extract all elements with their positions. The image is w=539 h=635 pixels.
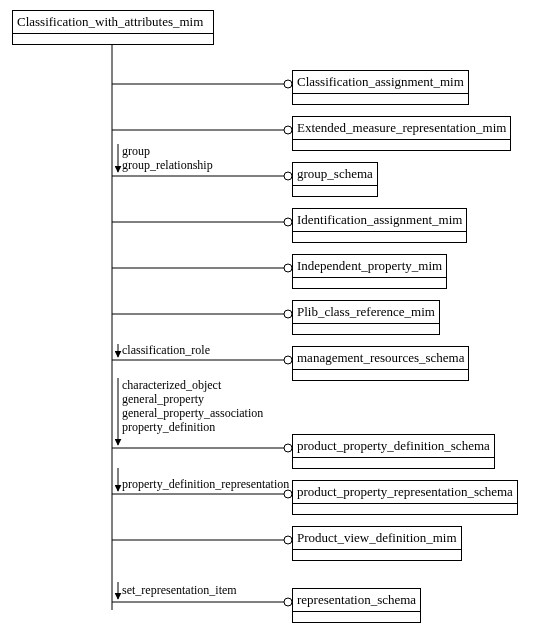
target-label: product_property_representation_schema bbox=[293, 481, 517, 504]
edge-label-group-relationship: group_relationship bbox=[122, 158, 213, 172]
target-box-plib-class-reference: Plib_class_reference_mim bbox=[292, 300, 440, 335]
target-box-representation-schema: representation_schema bbox=[292, 588, 421, 623]
svg-point-4 bbox=[284, 126, 292, 134]
target-box-classification-assignment: Classification_assignment_mim bbox=[292, 70, 469, 105]
edge-label-property-definition: property_definition bbox=[122, 420, 215, 434]
svg-point-11 bbox=[284, 264, 292, 272]
edge-label-general-property: general_property bbox=[122, 392, 204, 406]
svg-point-13 bbox=[284, 310, 292, 318]
target-label: Extended_measure_representation_mim bbox=[293, 117, 510, 140]
target-label: Product_view_definition_mim bbox=[293, 527, 461, 550]
target-box-product-property-definition: product_property_definition_schema bbox=[292, 434, 495, 469]
target-box-product-property-representation: product_property_representation_schema bbox=[292, 480, 518, 515]
svg-point-6 bbox=[284, 172, 292, 180]
svg-point-15 bbox=[284, 356, 292, 364]
edge-label-general-property-association: general_property_association bbox=[122, 406, 263, 420]
target-box-identification-assignment: Identification_assignment_mim bbox=[292, 208, 467, 243]
target-box-management-resources: management_resources_schema bbox=[292, 346, 469, 381]
target-label: Plib_class_reference_mim bbox=[293, 301, 439, 324]
root-entity-label: Classification_with_attributes_mim bbox=[13, 11, 213, 34]
target-label: Independent_property_mim bbox=[293, 255, 446, 278]
edge-label-group: group bbox=[122, 144, 150, 158]
edge-label-classification-role: classification_role bbox=[122, 343, 210, 357]
svg-point-9 bbox=[284, 218, 292, 226]
target-box-product-view-definition: Product_view_definition_mim bbox=[292, 526, 462, 561]
root-entity-box: Classification_with_attributes_mim bbox=[12, 10, 214, 45]
svg-point-21 bbox=[284, 490, 292, 498]
target-label: representation_schema bbox=[293, 589, 420, 612]
edge-label-characterized-object: characterized_object bbox=[122, 378, 221, 392]
target-label: product_property_definition_schema bbox=[293, 435, 494, 458]
svg-point-18 bbox=[284, 444, 292, 452]
edge-label-property-definition-representation: property_definition_representation bbox=[122, 477, 289, 491]
target-label: group_schema bbox=[293, 163, 377, 186]
target-label: management_resources_schema bbox=[293, 347, 468, 370]
target-box-extended-measure: Extended_measure_representation_mim bbox=[292, 116, 511, 151]
svg-point-26 bbox=[284, 598, 292, 606]
svg-point-2 bbox=[284, 80, 292, 88]
target-box-independent-property: Independent_property_mim bbox=[292, 254, 447, 289]
target-box-group-schema: group_schema bbox=[292, 162, 378, 197]
target-label: Identification_assignment_mim bbox=[293, 209, 466, 232]
svg-point-24 bbox=[284, 536, 292, 544]
edge-label-set-representation-item: set_representation_item bbox=[122, 583, 237, 597]
target-label: Classification_assignment_mim bbox=[293, 71, 468, 94]
